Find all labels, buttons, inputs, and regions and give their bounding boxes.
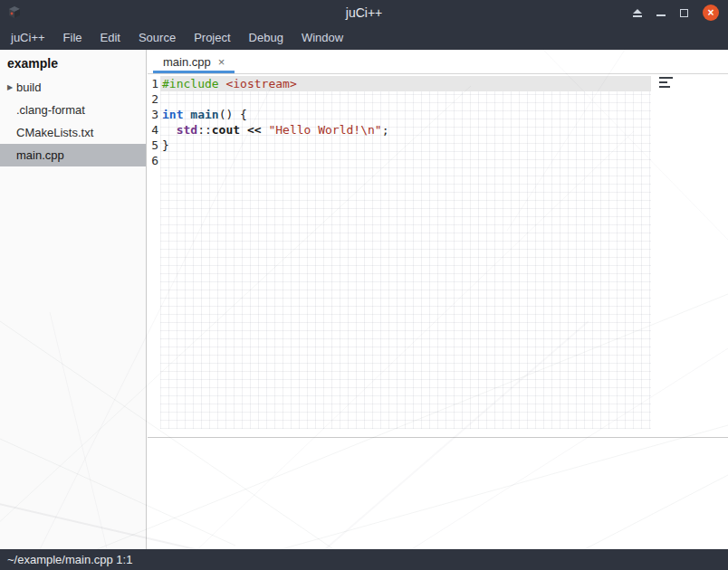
code-token: cout <box>212 123 240 137</box>
terminal-panel[interactable] <box>148 437 728 549</box>
status-file-position: ~/example/main.cpp 1:1 <box>7 553 132 566</box>
close-button[interactable]: × <box>703 5 719 21</box>
code-token: #include <box>162 77 219 90</box>
tree-item-label: main.cpp <box>14 148 64 162</box>
tab-main-cpp[interactable]: main.cpp× <box>153 50 235 73</box>
code-line[interactable]: } <box>162 138 651 153</box>
line-number: 2 <box>148 91 160 107</box>
code-token: <iostream> <box>225 77 296 90</box>
tree-item-main-cpp[interactable]: ▶main.cpp <box>0 144 146 166</box>
titlebar: juCi++ × <box>0 0 728 25</box>
code-token: "Hello World!\n" <box>268 123 381 137</box>
code-token: } <box>162 138 169 152</box>
code-token: << <box>247 123 262 137</box>
code-lines[interactable]: #include <iostream>int main() { std::cou… <box>162 76 651 168</box>
code-token: std <box>177 123 197 137</box>
tree-item-cmakelists-txt[interactable]: ▶CMakeLists.txt <box>0 121 146 144</box>
window-title: juCi++ <box>0 0 728 25</box>
close-icon: × <box>707 5 714 21</box>
tree-item-label: build <box>14 81 41 94</box>
sidebar: example ▶build▶.clang-format▶CMakeLists.… <box>0 50 147 549</box>
tree-item-label: .clang-format <box>14 103 85 117</box>
code-token <box>240 123 247 137</box>
menu-item-project[interactable]: Project <box>185 25 239 50</box>
line-number: 6 <box>148 153 160 168</box>
line-number: 3 <box>148 107 160 122</box>
code-line[interactable]: std::cout << "Hello World!\n"; <box>162 122 651 138</box>
eject-icon <box>633 9 642 14</box>
code-line[interactable]: #include <iostream> <box>160 76 651 91</box>
tree-item-clang-format[interactable]: ▶.clang-format <box>0 99 146 121</box>
code-token: main <box>190 108 218 121</box>
code-token <box>162 123 177 137</box>
line-numbers: 123456 <box>148 76 160 168</box>
code-token: ; <box>382 123 389 137</box>
tree-item-build[interactable]: ▶build <box>0 76 146 99</box>
code-token: () { <box>219 108 247 121</box>
menu-item-edit[interactable]: Edit <box>91 25 129 50</box>
tabbar: main.cpp× <box>148 50 728 74</box>
menubar: juCi++FileEditSourceProjectDebugWindow <box>0 25 728 50</box>
code-line[interactable] <box>162 153 651 168</box>
menu-item-juci[interactable]: juCi++ <box>2 25 54 50</box>
eject-button[interactable] <box>633 9 642 17</box>
project-root-label[interactable]: example <box>0 50 146 76</box>
line-number: 1 <box>148 76 160 91</box>
code-line[interactable] <box>162 91 651 107</box>
minimize-button[interactable] <box>656 9 666 16</box>
code-line[interactable]: int main() { <box>162 107 651 122</box>
code-token: int <box>162 108 183 121</box>
code-overview-marks <box>659 77 675 90</box>
editor[interactable]: 123456 #include <iostream>int main() { s… <box>148 74 728 437</box>
file-tree: ▶build▶.clang-format▶CMakeLists.txt▶main… <box>0 76 146 166</box>
tab-close-icon[interactable]: × <box>218 55 225 69</box>
expand-triangle-icon[interactable]: ▶ <box>0 83 14 91</box>
tree-item-label: CMakeLists.txt <box>14 126 93 139</box>
line-number: 4 <box>148 122 160 138</box>
window-controls: × <box>633 0 719 25</box>
tab-label: main.cpp <box>163 55 211 69</box>
line-number: 5 <box>148 138 160 153</box>
content: example ▶build▶.clang-format▶CMakeLists.… <box>0 50 728 549</box>
menu-item-window[interactable]: Window <box>292 25 352 50</box>
code-token: :: <box>197 123 212 137</box>
menu-item-file[interactable]: File <box>54 25 91 50</box>
minimize-icon <box>656 14 666 16</box>
statusbar: ~/example/main.cpp 1:1 <box>0 549 728 570</box>
main-area: main.cpp× 123456 #include <iostream>int … <box>148 50 728 549</box>
restore-button[interactable] <box>680 9 688 17</box>
menu-item-source[interactable]: Source <box>129 25 185 50</box>
menu-item-debug[interactable]: Debug <box>240 25 292 50</box>
restore-icon <box>680 9 688 17</box>
